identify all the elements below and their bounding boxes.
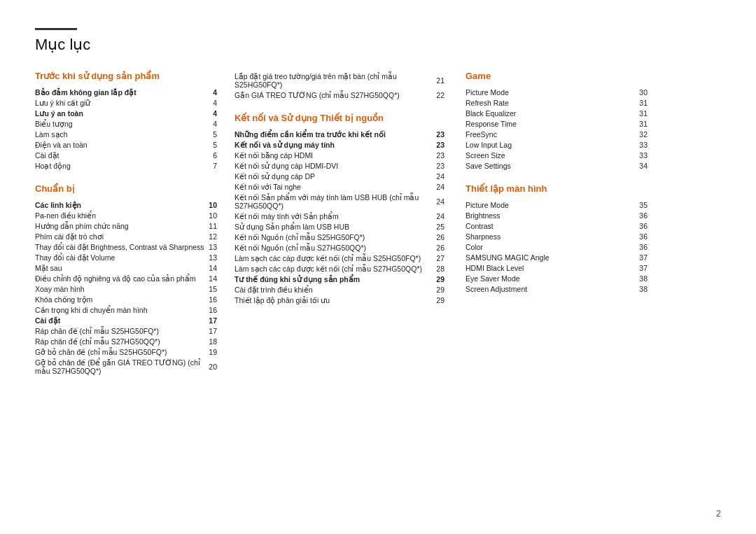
toc-entry-label: Cần trọng khi di chuyển màn hình	[35, 304, 209, 315]
toc-entry-page: 22	[436, 90, 444, 100]
toc-row: Sử dụng Sản phẩm làm USB HUB 25	[234, 221, 444, 232]
toc-row: Các linh kiện 10	[35, 199, 217, 210]
toc-entry-label: Sử dụng Sản phẩm làm USB HUB	[234, 221, 436, 232]
toc-entry-page: 18	[209, 336, 217, 346]
toc-entry-label: Brightness	[465, 210, 631, 220]
toc-entry-page: 37	[631, 262, 648, 273]
toc-row: Kết nối máy tính với Sản phẩm 24	[234, 211, 444, 221]
title-bar	[35, 28, 77, 30]
toc-entry-label: Thay đổi cài đặt Brightness, Contrast và…	[35, 241, 209, 252]
page-title: Mục lục	[35, 36, 721, 54]
toc-row: Ráp chân đế (chỉ mẫu S25HG50FQ*) 17	[35, 325, 217, 336]
toc-row: Kết nối Sản phẩm với máy tính làm USB HU…	[234, 192, 444, 211]
toc-entry-label: Response Time	[465, 118, 622, 129]
toc-row: Save Settings 34	[465, 160, 648, 171]
toc-entry-page: 10	[209, 199, 217, 210]
toc-row: Contrast 36	[465, 220, 648, 231]
toc-entry-label: Các linh kiện	[35, 199, 209, 210]
toc-row: Bảo đảm không gian lắp đặt 4	[35, 87, 217, 97]
toc-entry-label: Cài đặt trình điều khiển	[234, 284, 436, 295]
toc-entry-page: 29	[436, 284, 444, 295]
toc-row: Brightness 36	[465, 210, 648, 220]
toc-row: Biểu tượng 4	[35, 118, 217, 129]
section-title-ketnoi: Kết nối và Sử dụng Thiết bị nguồn	[234, 113, 444, 123]
toc-entry-label: Kết nối và sử dụng máy tính	[234, 139, 436, 150]
toc-entry-label: Cài đặt	[35, 150, 210, 160]
toc-entry-label: Kết nối sử dụng cáp HDMI-DVI	[234, 160, 436, 171]
toc-entry-page: 35	[631, 199, 648, 210]
toc-entry-label: Phím cài đặt trò chơi	[35, 231, 209, 241]
toc-entry-label: Picture Mode	[465, 199, 631, 210]
toc-entry-page: 24	[436, 211, 444, 221]
toc-entry-page: 30	[622, 87, 648, 97]
toc-entry-page: 6	[210, 150, 217, 160]
toc-entry-page: 5	[210, 139, 217, 150]
toc-entry-page: 26	[436, 242, 444, 253]
toc-table-thietlap: Picture Mode 35 Brightness 36 Contrast 3…	[465, 199, 648, 294]
toc-table-lapdat: Lắp đặt giá treo tường/giá trên mặt bàn …	[234, 71, 444, 100]
toc-entry-page: 17	[209, 315, 217, 325]
section-title-truoc: Trước khi sử dụng sản phẩm	[35, 71, 217, 81]
toc-row: Làm sạch các cáp được kết nối (chỉ mẫu S…	[234, 253, 444, 263]
toc-entry-label: Khóa chống trộm	[35, 294, 209, 304]
toc-row: Picture Mode 35	[465, 199, 648, 210]
toc-entry-page: 37	[631, 252, 648, 262]
toc-entry-page: 38	[631, 273, 648, 283]
toc-row: Refresh Rate 31	[465, 97, 648, 108]
toc-entry-label: Lưu ý khi cất giữ	[35, 97, 210, 108]
toc-row: Thiết lập độ phân giải tối ưu 29	[234, 295, 444, 305]
toc-row: Sharpness 36	[465, 231, 648, 241]
toc-row: Hướng dẫn phím chức năng 11	[35, 220, 217, 231]
toc-entry-page: 23	[436, 139, 444, 150]
section-ketnoi: Kết nối và Sử dụng Thiết bị nguồn Những …	[234, 113, 444, 305]
toc-row: Xoay màn hình 15	[35, 283, 217, 294]
section-truoc: Trước khi sử dụng sản phẩm Bảo đảm không…	[35, 71, 217, 171]
toc-entry-page: 23	[436, 160, 444, 171]
toc-entry-page: 36	[631, 220, 648, 231]
toc-row: Điều chỉnh độ nghiêng và độ cao của sản …	[35, 273, 217, 283]
toc-entry-page: 4	[210, 97, 217, 108]
toc-row: Eye Saver Mode 38	[465, 273, 648, 283]
toc-entry-page: 28	[436, 263, 444, 274]
page-number: 2	[716, 508, 721, 519]
toc-entry-page: 36	[631, 210, 648, 220]
toc-entry-page: 13	[209, 241, 217, 252]
toc-row: Kết nối sử dụng cáp DP 24	[234, 171, 444, 181]
toc-entry-label: Điện và an toàn	[35, 139, 210, 150]
toc-row: Làm sạch 5	[35, 129, 217, 139]
toc-entry-page: 4	[210, 108, 217, 118]
toc-entry-label: Lưu ý an toàn	[35, 108, 210, 118]
toc-row: Cài đặt 17	[35, 315, 217, 325]
toc-row: Kết nối Nguồn (chỉ mẫu S27HG50QQ*) 26	[234, 242, 444, 253]
toc-entry-page: 36	[631, 231, 648, 241]
toc-row: Cài đặt trình điều khiển 29	[234, 284, 444, 295]
toc-row: SAMSUNG MAGIC Angle 37	[465, 252, 648, 262]
toc-row: Khóa chống trộm 16	[35, 294, 217, 304]
toc-entry-label: Điều chỉnh độ nghiêng và độ cao của sản …	[35, 273, 209, 283]
toc-entry-page: 26	[436, 232, 444, 242]
toc-row: Kết nối và sử dụng máy tính 23	[234, 139, 444, 150]
toc-row: Tư thế đúng khi sử dụng sản phẩm 29	[234, 274, 444, 284]
toc-row: Screen Size 33	[465, 150, 648, 160]
toc-row: Phím cài đặt trò chơi 12	[35, 231, 217, 241]
toc-row: HDMI Black Level 37	[465, 262, 648, 273]
toc-entry-page: 23	[436, 129, 444, 139]
toc-entry-label: Kết nối sử dụng cáp DP	[234, 171, 436, 181]
toc-entry-label: Refresh Rate	[465, 97, 622, 108]
toc-entry-label: Gỡ bỏ chân đế (chỉ mẫu S25HG50FQ*)	[35, 346, 209, 357]
toc-entry-page: 15	[209, 283, 217, 294]
toc-entry-page: 24	[436, 181, 444, 192]
toc-entry-label: Color	[465, 241, 631, 252]
toc-entry-page: 4	[210, 118, 217, 129]
toc-entry-label: FreeSync	[465, 129, 622, 139]
toc-row: Lưu ý an toàn 4	[35, 108, 217, 118]
toc-entry-label: Lắp đặt giá treo tường/giá trên mặt bàn …	[234, 71, 436, 90]
toc-entry-label: Black Equalizer	[465, 108, 622, 118]
toc-row: Kết nối Nguồn (chỉ mẫu S25HG50FQ*) 26	[234, 232, 444, 242]
toc-row: Những điểm cần kiểm tra trước khi kết nố…	[234, 129, 444, 139]
toc-row: Thay đổi cài đặt Volume 13	[35, 252, 217, 262]
toc-entry-label: SAMSUNG MAGIC Angle	[465, 252, 631, 262]
toc-entry-label: Kết nối Nguồn (chỉ mẫu S27HG50QQ*)	[234, 242, 436, 253]
toc-entry-page: 10	[209, 210, 217, 220]
toc-entry-label: Kết nối máy tính với Sản phẩm	[234, 211, 436, 221]
